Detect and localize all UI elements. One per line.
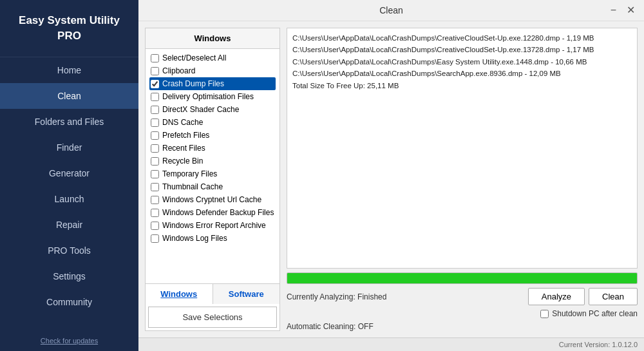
title-bar-controls: − ✕ — [608, 5, 638, 15]
auto-clean-label: Automatic Cleaning: OFF — [287, 322, 638, 331]
tab-windows[interactable]: Windows — [146, 284, 213, 304]
checklist-item[interactable]: Clipboard — [149, 64, 276, 77]
checklist-label-6: Prefetch Files — [162, 131, 209, 140]
checklist-label-14: Windows Log Files — [162, 234, 227, 243]
checklist-label-4: DirectX Shader Cache — [162, 105, 239, 114]
tab-software[interactable]: Software — [213, 284, 280, 304]
checklist-checkbox-9[interactable] — [151, 170, 159, 178]
file-list-item: C:\Users\User\AppData\Local\CrashDumps\E… — [292, 56, 632, 68]
title-bar-title: Clean — [379, 5, 403, 15]
main-content: Clean − ✕ Windows Select/Deselect AllCli… — [138, 0, 644, 351]
checklist-checkbox-6[interactable] — [151, 131, 159, 140]
checklist-label-9: Temporary Files — [162, 169, 217, 178]
sidebar-item-clean[interactable]: Clean — [0, 83, 138, 109]
checklist-item[interactable]: Recent Files — [149, 142, 276, 155]
file-list-item: C:\Users\User\AppData\Local\CrashDumps\S… — [292, 68, 632, 79]
progress-bar-fill — [287, 273, 637, 283]
sidebar-item-settings[interactable]: Settings — [0, 263, 138, 289]
checklist-checkbox-13[interactable] — [151, 222, 159, 230]
sidebar-item-finder[interactable]: Finder — [0, 135, 138, 160]
shutdown-label: Shutdown PC after clean — [552, 309, 638, 318]
checklist-checkbox-8[interactable] — [151, 157, 159, 166]
checklist-item[interactable]: Prefetch Files — [149, 129, 276, 142]
checklist-item[interactable]: Windows Defender Backup Files — [149, 206, 276, 219]
sidebar-item-folders[interactable]: Folders and Files — [0, 109, 138, 135]
title-bar: Clean − ✕ — [138, 0, 644, 21]
checklist-checkbox-11[interactable] — [151, 196, 159, 204]
version-bar: Current Version: 1.0.12.0 — [138, 337, 644, 351]
checklist-label-13: Windows Error Report Archive — [162, 221, 266, 230]
checklist-label-11: Windows Cryptnet Url Cache — [162, 195, 261, 204]
checklist-label-10: Thumbnail Cache — [162, 182, 223, 191]
shutdown-row: Shutdown PC after clean — [287, 309, 638, 318]
tab-bar: WindowsSoftware — [146, 283, 279, 304]
file-list-item: C:\Users\User\AppData\Local\CrashDumps\C… — [292, 32, 632, 44]
checklist-item[interactable]: Temporary Files — [149, 167, 276, 180]
checklist-item[interactable]: Windows Error Report Archive — [149, 219, 276, 232]
analyze-button[interactable]: Analyze — [528, 288, 585, 305]
checklist-item[interactable]: Delivery Optimisation Files — [149, 90, 276, 103]
windows-header: Windows — [146, 28, 279, 49]
checklist-label-5: DNS Cache — [162, 118, 203, 127]
checklist-checkbox-14[interactable] — [151, 234, 159, 243]
checklist-label-1: Clipboard — [162, 66, 195, 75]
check-for-updates-link[interactable]: Check for updates — [34, 330, 104, 351]
checklist: Select/Deselect AllClipboardCrash Dump F… — [146, 49, 279, 283]
checklist-item[interactable]: Thumbnail Cache — [149, 180, 276, 193]
checklist-checkbox-10[interactable] — [151, 183, 159, 191]
checklist-checkbox-7[interactable] — [151, 144, 159, 153]
left-panel: Windows Select/Deselect AllClipboardCras… — [145, 28, 280, 331]
sidebar-item-launch[interactable]: Launch — [0, 186, 138, 212]
save-selections-button[interactable]: Save Selections — [148, 307, 277, 328]
checklist-checkbox-5[interactable] — [151, 119, 159, 127]
checklist-checkbox-0[interactable] — [151, 54, 159, 62]
action-buttons: Analyze Clean — [528, 288, 638, 305]
checklist-item[interactable]: Windows Cryptnet Url Cache — [149, 193, 276, 206]
sidebar: Easy System Utility PRO HomeCleanFolders… — [0, 0, 138, 351]
right-panel: C:\Users\User\AppData\Local\CrashDumps\C… — [287, 28, 638, 331]
checklist-checkbox-12[interactable] — [151, 209, 159, 217]
checklist-label-7: Recent Files — [162, 144, 205, 153]
checklist-checkbox-1[interactable] — [151, 67, 159, 75]
checklist-item[interactable]: Recycle Bin — [149, 155, 276, 167]
checklist-item[interactable]: Select/Deselect All — [149, 52, 276, 64]
app-logo: Easy System Utility PRO — [0, 0, 138, 57]
sidebar-item-home[interactable]: Home — [0, 57, 138, 83]
file-list-item: C:\Users\User\AppData\Local\CrashDumps\C… — [292, 44, 632, 55]
sidebar-item-generator[interactable]: Generator — [0, 160, 138, 186]
checklist-item[interactable]: DirectX Shader Cache — [149, 103, 276, 116]
checklist-checkbox-2[interactable] — [151, 80, 159, 88]
checklist-checkbox-4[interactable] — [151, 106, 159, 114]
checklist-label-3: Delivery Optimisation Files — [162, 92, 254, 101]
content-area: Windows Select/Deselect AllClipboardCras… — [138, 21, 644, 337]
status-text: Currently Analyzing: Finished — [287, 292, 386, 301]
checklist-item[interactable]: Crash Dump Files — [149, 77, 276, 90]
checklist-label-0: Select/Deselect All — [162, 53, 226, 62]
file-list: C:\Users\User\AppData\Local\CrashDumps\C… — [287, 28, 638, 269]
shutdown-checkbox[interactable] — [540, 310, 549, 318]
close-button[interactable]: ✕ — [624, 5, 638, 15]
clean-button[interactable]: Clean — [589, 288, 638, 305]
analyze-row: Currently Analyzing: Finished Analyze Cl… — [287, 288, 638, 305]
checklist-item[interactable]: Windows Log Files — [149, 232, 276, 245]
file-list-item: Total Size To Free Up: 25,11 MB — [292, 80, 632, 91]
checklist-checkbox-3[interactable] — [151, 93, 159, 101]
progress-bar-container — [287, 272, 638, 284]
sidebar-item-community[interactable]: Community — [0, 289, 138, 315]
minimize-button[interactable]: − — [608, 5, 619, 15]
sidebar-item-pro-tools[interactable]: PRO Tools — [0, 238, 138, 263]
sidebar-nav: HomeCleanFolders and FilesFinderGenerato… — [0, 57, 138, 330]
checklist-label-2: Crash Dump Files — [162, 79, 224, 88]
checklist-item[interactable]: DNS Cache — [149, 116, 276, 129]
checklist-label-12: Windows Defender Backup Files — [162, 208, 274, 217]
checklist-label-8: Recycle Bin — [162, 157, 203, 166]
sidebar-item-repair[interactable]: Repair — [0, 212, 138, 238]
